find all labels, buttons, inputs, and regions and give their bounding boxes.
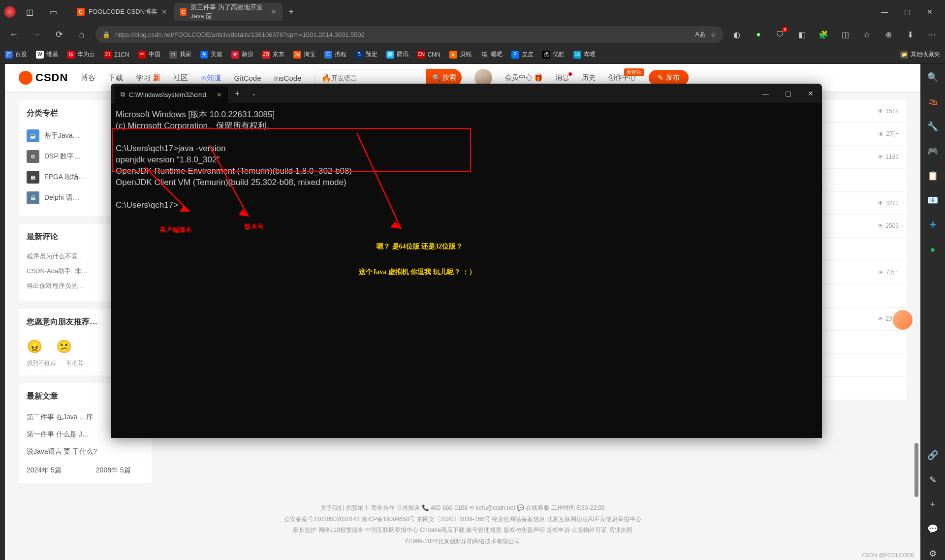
sb-games-icon[interactable]: 🎮 [926, 145, 939, 157]
maximize-button[interactable]: ▢ [896, 2, 918, 22]
sb-office-icon[interactable]: 📋 [926, 169, 939, 182]
sb-telegram-icon[interactable]: ✈ [926, 218, 939, 231]
favorites-icon[interactable]: ☆ [858, 26, 875, 43]
bookmark-pipi[interactable]: P皮皮 [511, 50, 534, 59]
ext1-icon[interactable]: ◐ [728, 26, 745, 43]
collections-icon[interactable]: ⊕ [880, 26, 897, 43]
sb-search-icon[interactable]: 🔍 [926, 71, 939, 84]
tab-actions-icon[interactable]: ▭ [43, 2, 63, 22]
ext3-icon[interactable]: 🛡2 [772, 26, 788, 43]
url-box[interactable]: 🔒 https://blog.csdn.net/FOOLCODE/article… [95, 26, 724, 43]
window-buttons: ― ▢ ✕ [873, 2, 941, 22]
terminal-tab[interactable]: ⧉ C:\Windows\system32\cmd. ✕ [115, 86, 228, 103]
home-button[interactable]: ⌂ [73, 26, 91, 43]
bookmark-baidu[interactable]: 百百度 [5, 50, 27, 59]
bookmark-huawei[interactable]: 华华为云 [67, 50, 95, 59]
close-button[interactable]: ✕ [918, 2, 941, 22]
terminal-dropdown[interactable]: ⌄ [247, 91, 261, 97]
ext2-icon[interactable]: ● [750, 26, 767, 43]
lock-icon: 🔒 [102, 31, 110, 38]
bookmark-beirui[interactable]: ●贝锐 [449, 50, 472, 59]
tab-title: 第三件事 为了高效地开发 Java 应 [190, 3, 267, 21]
create-center-link[interactable]: 创作中心新评论 [608, 73, 636, 82]
bookmark-other[interactable]: 📁其他收藏夹 [900, 50, 940, 59]
scrollbar-thumb[interactable] [914, 443, 918, 497]
back-button[interactable]: ← [5, 26, 23, 43]
svg-line-4 [357, 133, 401, 229]
bookmarks-bar: 百百度 W维基 华华为云 2121CN 中中国 □我家 美美篇 👁新浪 JD京东… [0, 45, 945, 64]
bookmark-home[interactable]: □我家 [169, 50, 191, 59]
nav-zhidao[interactable]: ⊙知道 [201, 73, 221, 83]
extensions-icon[interactable]: 🧩 [815, 26, 832, 43]
member-center-link[interactable]: 会员中心 🎁 [505, 73, 542, 82]
split-icon[interactable]: ◫ [837, 26, 853, 43]
bookmark-bilibili[interactable]: 哔哔哩 [573, 50, 596, 59]
minimize-button[interactable]: ― [873, 2, 896, 22]
sb-shopping-icon[interactable]: 🛍 [926, 95, 939, 108]
terminal-titlebar: ⧉ C:\Windows\system32\cmd. ✕ + ⌄ ― ▢ ✕ [111, 84, 822, 103]
nav-blog[interactable]: 博客 [81, 73, 95, 83]
csdn-logo[interactable]: CSDN [19, 71, 68, 85]
menu-icon[interactable]: ⋯ [923, 26, 940, 43]
floating-avatar[interactable] [892, 309, 914, 331]
sb-outlook-icon[interactable]: 📧 [926, 194, 939, 207]
favicon-icon: C [77, 8, 85, 16]
refresh-button[interactable]: ⟳ [50, 26, 68, 43]
sb-link-icon[interactable]: 🔗 [926, 449, 939, 462]
bookmark-china[interactable]: 中中国 [138, 50, 160, 59]
bookmark-meipian[interactable]: 美美篇 [200, 50, 222, 59]
bookmark-jd[interactable]: JD京东 [262, 50, 284, 59]
sb-chat-icon[interactable]: 💬 [926, 523, 939, 535]
bookmark-changba[interactable]: 唱唱吧 [480, 50, 503, 59]
terminal-minimize[interactable]: ― [754, 85, 777, 102]
terminal-tab-title: C:\Windows\system32\cmd. [129, 91, 208, 98]
ext4-icon[interactable]: ◧ [793, 26, 810, 43]
page-footer: 关于我们 招贤纳士 商务合作 寻求报道 📞 400-660-0108 ✉ kef… [5, 502, 920, 547]
terminal-tab-close[interactable]: ✕ [217, 91, 222, 98]
address-bar: ← → ⟳ ⌂ 🔒 https://blog.csdn.net/FOOLCODE… [0, 24, 945, 45]
year-count[interactable]: 2024年 5篇 [27, 466, 62, 475]
annotation-vm: 这个Java 虚拟机 你逗我 玩儿呢？ ：） [359, 268, 476, 277]
article-link[interactable]: 说Java语言 要 干什么? [27, 443, 144, 460]
cmd-icon: ⧉ [121, 91, 125, 98]
tab-close-icon[interactable]: ✕ [161, 8, 167, 16]
terminal-new-tab[interactable]: + [228, 89, 246, 98]
text-size-icon[interactable]: Aあ [695, 30, 706, 39]
bookmark-booking[interactable]: B预定 [355, 50, 378, 59]
favorite-icon[interactable]: ☆ [711, 31, 717, 38]
bookmark-tencent[interactable]: 腾腾讯 [386, 50, 409, 59]
bookmark-taobao[interactable]: 淘淘宝 [293, 50, 315, 59]
nav-community[interactable]: 社区 [173, 73, 188, 83]
workspaces-icon[interactable]: ◫ [20, 2, 39, 22]
history-link[interactable]: 历史 [582, 73, 596, 82]
nav-study[interactable]: 学习 新 [136, 73, 160, 83]
year-count[interactable]: 2008年 5篇 [96, 466, 131, 475]
new-tab-button[interactable]: + [284, 7, 299, 17]
svg-line-0 [145, 167, 189, 212]
sb-tools-icon[interactable]: 🔧 [926, 120, 939, 133]
sad-icon[interactable]: 😕 [56, 339, 72, 354]
sb-edit-icon[interactable]: ✎ [926, 473, 939, 486]
terminal-maximize[interactable]: ▢ [777, 85, 799, 102]
tab-close-icon[interactable]: ✕ [271, 8, 277, 16]
bookmark-sina[interactable]: 👁新浪 [231, 50, 253, 59]
nav-download[interactable]: 下载 [108, 73, 123, 83]
bookmark-21cn[interactable]: 2121CN [104, 51, 129, 59]
angry-icon[interactable]: 😠 [27, 339, 42, 354]
sb-spotify-icon[interactable]: ● [926, 243, 939, 256]
app-icon [4, 6, 16, 18]
messages-link[interactable]: 消息 [555, 73, 569, 82]
bookmark-cnn[interactable]: CNCNN [417, 51, 441, 59]
sb-add-icon[interactable]: + [926, 498, 939, 511]
bookmark-ctrip[interactable]: C携程 [324, 50, 346, 59]
tab-article[interactable]: C 第三件事 为了高效地开发 Java 应 ✕ [174, 3, 283, 21]
bookmark-wiki[interactable]: W维基 [36, 50, 58, 59]
terminal-close[interactable]: ✕ [799, 85, 822, 102]
downloads-icon[interactable]: ⬇ [902, 26, 918, 43]
bookmark-youku[interactable]: 优优酷 [542, 50, 565, 59]
sb-settings-icon[interactable]: ⚙ [926, 547, 939, 560]
nav-gitcode[interactable]: GitCode [234, 74, 261, 82]
tab-foolcode[interactable]: C FOOLCODE-CSDN博客 ✕ [71, 3, 173, 21]
search-input[interactable] [331, 74, 426, 82]
nav-inscode[interactable]: InsCode [274, 74, 302, 82]
